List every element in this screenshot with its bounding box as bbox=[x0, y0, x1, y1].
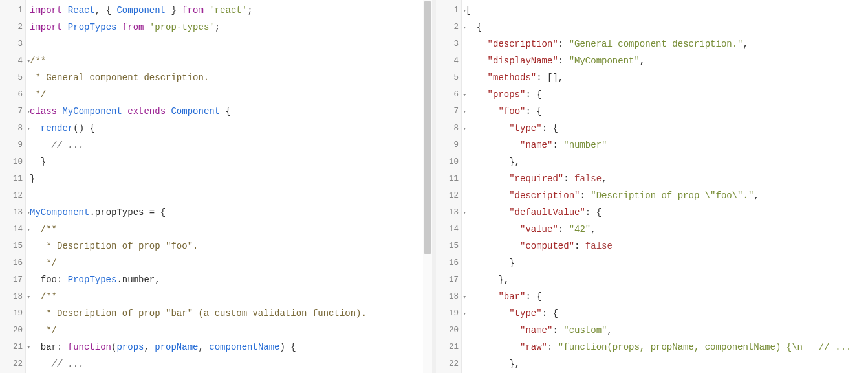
code-line[interactable]: "raw": "function(props, propName, compon… bbox=[466, 339, 868, 356]
line-number[interactable]: 7▾ bbox=[0, 103, 25, 120]
line-number[interactable]: 19▾ bbox=[436, 305, 461, 322]
line-number[interactable]: 12 bbox=[0, 187, 25, 204]
code-line[interactable]: "type": { bbox=[466, 120, 868, 137]
code-line[interactable]: bar: function(props, propName, component… bbox=[30, 339, 432, 356]
line-number[interactable]: 12 bbox=[436, 187, 461, 204]
code-line[interactable]: "name": "number" bbox=[466, 137, 868, 153]
fold-toggle-icon[interactable]: ▾ bbox=[463, 108, 466, 115]
code-line[interactable] bbox=[30, 187, 432, 204]
code-line[interactable]: "type": { bbox=[466, 305, 868, 322]
line-number[interactable]: 7▾ bbox=[436, 103, 461, 120]
line-number[interactable]: 4▾ bbox=[0, 52, 25, 69]
left-scrollbar[interactable] bbox=[423, 0, 432, 373]
right-code-area[interactable]: [ { "description": "General component de… bbox=[462, 0, 868, 373]
line-number[interactable]: 6▾ bbox=[436, 86, 461, 103]
line-number[interactable]: 10 bbox=[0, 153, 25, 170]
code-line[interactable]: foo: PropTypes.number, bbox=[30, 271, 432, 288]
line-number[interactable]: 15 bbox=[0, 238, 25, 254]
code-line[interactable] bbox=[30, 36, 432, 52]
line-number[interactable]: 10 bbox=[436, 153, 461, 170]
line-number[interactable]: 5 bbox=[436, 69, 461, 86]
fold-toggle-icon[interactable]: ▾ bbox=[27, 293, 30, 300]
code-line[interactable]: */ bbox=[30, 254, 432, 271]
code-line[interactable]: // ... bbox=[30, 137, 432, 153]
line-number[interactable]: 9 bbox=[436, 137, 461, 153]
fold-toggle-icon[interactable]: ▾ bbox=[463, 293, 466, 300]
code-line[interactable]: "name": "custom", bbox=[466, 322, 868, 339]
code-line[interactable]: }, bbox=[466, 153, 868, 170]
fold-toggle-icon[interactable]: ▾ bbox=[463, 209, 466, 216]
line-number[interactable]: 14▾ bbox=[0, 221, 25, 238]
line-number[interactable]: 3 bbox=[0, 36, 25, 52]
line-number[interactable]: 17 bbox=[0, 271, 25, 288]
fold-toggle-icon[interactable]: ▾ bbox=[27, 344, 30, 351]
line-number[interactable]: 16 bbox=[436, 254, 461, 271]
line-number[interactable]: 21 bbox=[436, 339, 461, 356]
scrollbar-thumb[interactable] bbox=[424, 1, 431, 254]
line-number[interactable]: 1▾ bbox=[436, 2, 461, 19]
line-number[interactable]: 11 bbox=[0, 170, 25, 187]
code-line[interactable]: "props": { bbox=[466, 86, 868, 103]
line-number[interactable]: 13▾ bbox=[0, 204, 25, 221]
line-number[interactable]: 11 bbox=[436, 170, 461, 187]
code-line[interactable]: * Description of prop "foo". bbox=[30, 238, 432, 254]
line-number[interactable]: 8▾ bbox=[0, 120, 25, 137]
right-gutter[interactable]: 1▾2▾3456▾7▾8▾910111213▾1415161718▾19▾202… bbox=[436, 0, 462, 373]
line-number[interactable]: 14 bbox=[436, 221, 461, 238]
code-line[interactable]: "methods": [], bbox=[466, 69, 868, 86]
code-line[interactable]: class MyComponent extends Component { bbox=[30, 103, 432, 120]
code-line[interactable]: * Description of prop "bar" (a custom va… bbox=[30, 305, 432, 322]
line-number[interactable]: 18▾ bbox=[436, 288, 461, 305]
line-number[interactable]: 4 bbox=[436, 52, 461, 69]
code-line[interactable]: } bbox=[30, 170, 432, 187]
fold-toggle-icon[interactable]: ▾ bbox=[27, 209, 30, 216]
line-number[interactable]: 16 bbox=[0, 254, 25, 271]
code-line[interactable]: render() { bbox=[30, 120, 432, 137]
line-number[interactable]: 1 bbox=[0, 2, 25, 19]
code-line[interactable]: "description": "Description of prop \"fo… bbox=[466, 187, 868, 204]
code-line[interactable]: { bbox=[466, 19, 868, 36]
code-line[interactable]: "description": "General component descri… bbox=[466, 36, 868, 52]
code-line[interactable]: [ bbox=[466, 2, 868, 19]
line-number[interactable]: 22 bbox=[436, 356, 461, 372]
code-line[interactable]: } bbox=[466, 254, 868, 271]
left-gutter[interactable]: 1234▾567▾8▾910111213▾14▾15161718▾192021▾… bbox=[0, 0, 26, 373]
line-number[interactable]: 5 bbox=[0, 69, 25, 86]
line-number[interactable]: 19 bbox=[0, 305, 25, 322]
code-line[interactable]: "value": "42", bbox=[466, 221, 868, 238]
line-number[interactable]: 15 bbox=[436, 238, 461, 254]
code-line[interactable]: * General component description. bbox=[30, 69, 432, 86]
code-line[interactable]: }, bbox=[466, 271, 868, 288]
code-line[interactable]: "foo": { bbox=[466, 103, 868, 120]
line-number[interactable]: 21▾ bbox=[0, 339, 25, 356]
fold-toggle-icon[interactable]: ▾ bbox=[27, 58, 30, 65]
code-line[interactable]: */ bbox=[30, 322, 432, 339]
fold-toggle-icon[interactable]: ▾ bbox=[463, 125, 466, 132]
line-number[interactable]: 2 bbox=[0, 19, 25, 36]
line-number[interactable]: 13▾ bbox=[436, 204, 461, 221]
code-line[interactable]: "required": false, bbox=[466, 170, 868, 187]
line-number[interactable]: 9 bbox=[0, 137, 25, 153]
code-line[interactable]: "bar": { bbox=[466, 288, 868, 305]
code-line[interactable]: /** bbox=[30, 288, 432, 305]
fold-toggle-icon[interactable]: ▾ bbox=[463, 24, 466, 31]
fold-toggle-icon[interactable]: ▾ bbox=[27, 125, 30, 132]
line-number[interactable]: 6 bbox=[0, 86, 25, 103]
fold-toggle-icon[interactable]: ▾ bbox=[27, 108, 30, 115]
line-number[interactable]: 8▾ bbox=[436, 120, 461, 137]
line-number[interactable]: 18▾ bbox=[0, 288, 25, 305]
left-code-area[interactable]: import React, { Component } from 'react'… bbox=[26, 0, 432, 373]
code-line[interactable]: */ bbox=[30, 86, 432, 103]
code-line[interactable]: }, bbox=[466, 356, 868, 372]
fold-toggle-icon[interactable]: ▾ bbox=[463, 7, 466, 14]
code-line[interactable]: import React, { Component } from 'react'… bbox=[30, 2, 432, 19]
line-number[interactable]: 20 bbox=[436, 322, 461, 339]
code-line[interactable]: /** bbox=[30, 52, 432, 69]
code-line[interactable]: import PropTypes from 'prop-types'; bbox=[30, 19, 432, 36]
fold-toggle-icon[interactable]: ▾ bbox=[27, 226, 30, 233]
fold-toggle-icon[interactable]: ▾ bbox=[463, 310, 466, 317]
line-number[interactable]: 3 bbox=[436, 36, 461, 52]
code-line[interactable]: // ... bbox=[30, 356, 432, 372]
fold-toggle-icon[interactable]: ▾ bbox=[463, 91, 466, 98]
line-number[interactable]: 2▾ bbox=[436, 19, 461, 36]
